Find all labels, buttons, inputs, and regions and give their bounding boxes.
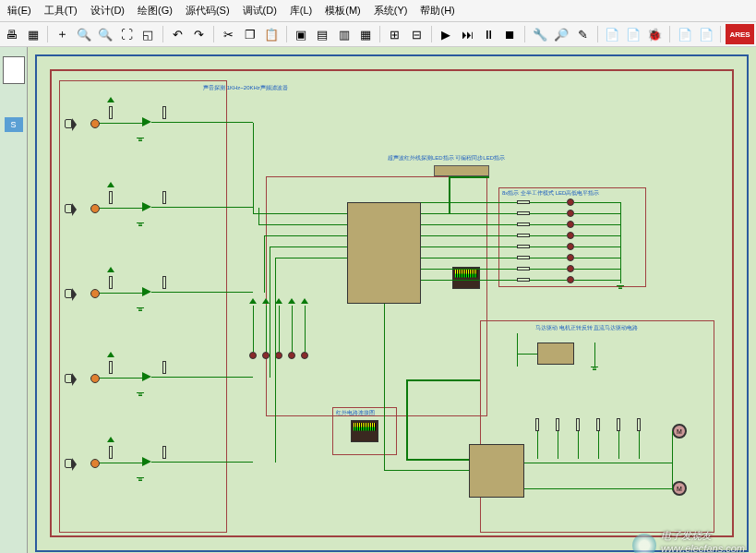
bug-icon[interactable]: 🐞: [645, 24, 665, 44]
motor-res-5[interactable]: [637, 418, 641, 431]
schematic-canvas[interactable]: 声音探测 1KHz~20KHz声频滤波器 超声波红外线探测LED指示 可编程同步…: [35, 54, 749, 552]
plus-icon[interactable]: ＋: [53, 24, 72, 44]
wrench-icon[interactable]: ✎: [572, 24, 592, 44]
redo-icon[interactable]: ↷: [189, 24, 209, 44]
led-res-0[interactable]: [517, 200, 530, 204]
indicator-led-1[interactable]: [567, 210, 574, 217]
ares-icon[interactable]: ARES: [726, 24, 754, 44]
led-res-2[interactable]: [517, 222, 530, 226]
schematic-preview[interactable]: [3, 56, 25, 84]
resistor-3a[interactable]: [109, 361, 113, 374]
led-res-5[interactable]: [517, 256, 530, 259]
motor-1[interactable]: M: [672, 424, 687, 439]
lamp-4[interactable]: [90, 459, 100, 468]
doc4-icon[interactable]: 📄: [696, 24, 715, 44]
zoom-in-icon[interactable]: 🔍: [74, 24, 93, 44]
menu-help[interactable]: 帮助(H): [416, 2, 458, 19]
resistor-2b[interactable]: [162, 276, 166, 289]
menu-tools[interactable]: 工具(T): [41, 2, 81, 19]
opamp-1[interactable]: [142, 202, 151, 211]
indicator-led-5[interactable]: [567, 254, 574, 261]
doc2-icon[interactable]: 📄: [624, 24, 643, 44]
speaker-3[interactable]: [65, 374, 72, 383]
probe-led-3[interactable]: [288, 352, 295, 359]
oscilloscope-1[interactable]: [452, 267, 480, 289]
motor-res-0[interactable]: [535, 418, 539, 431]
doc1-icon[interactable]: 📄: [603, 24, 622, 44]
connector-top[interactable]: [434, 165, 489, 176]
speaker-4[interactable]: [65, 459, 72, 468]
print-icon[interactable]: 🖶: [2, 24, 21, 44]
block2-icon[interactable]: ▤: [313, 24, 332, 44]
speaker-1[interactable]: [65, 204, 72, 213]
resistor-3b[interactable]: [162, 361, 166, 374]
resistor-4b[interactable]: [162, 446, 166, 459]
undo-icon[interactable]: ↶: [168, 24, 187, 44]
motor-2[interactable]: M: [672, 481, 687, 496]
probe-led-4[interactable]: [301, 352, 308, 359]
block4-icon[interactable]: ▦: [355, 24, 375, 44]
resistor-0b[interactable]: [162, 106, 166, 119]
menu-design[interactable]: 设计(D): [87, 2, 128, 19]
canvas-area[interactable]: 声音探测 1KHz~20KHz声频滤波器 超声波红外线探测LED指示 可编程同步…: [28, 47, 756, 553]
opamp-2[interactable]: [142, 287, 151, 296]
indicator-led-3[interactable]: [567, 232, 574, 239]
indicator-led-4[interactable]: [567, 243, 574, 250]
copy-icon[interactable]: ❐: [240, 24, 259, 44]
motor-res-2[interactable]: [576, 418, 580, 431]
motor-driver-chip[interactable]: [469, 444, 524, 498]
zoom-fit-icon[interactable]: ⛶: [117, 24, 137, 44]
zoom-out-icon[interactable]: 🔍: [96, 24, 115, 44]
resistor-0a[interactable]: [109, 106, 113, 119]
opamp-0[interactable]: [142, 117, 151, 126]
led-res-3[interactable]: [517, 234, 530, 237]
chip-small[interactable]: [537, 343, 574, 365]
lamp-3[interactable]: [90, 374, 100, 383]
led-res-7[interactable]: [517, 278, 530, 282]
pause-icon[interactable]: ⏸: [479, 24, 498, 44]
grid-icon[interactable]: ▦: [23, 24, 42, 44]
probe-led-0[interactable]: [249, 352, 257, 359]
lamp-0[interactable]: [90, 119, 100, 128]
lamp-1[interactable]: [90, 204, 100, 213]
motor-res-3[interactable]: [596, 418, 600, 431]
menu-source[interactable]: 源代码(S): [182, 2, 234, 19]
lamp-2[interactable]: [90, 289, 100, 298]
motor-res-1[interactable]: [556, 418, 559, 431]
block3-icon[interactable]: ▥: [334, 24, 354, 44]
menu-draw[interactable]: 绘图(G): [134, 2, 176, 19]
sidebar-button[interactable]: S: [5, 117, 23, 132]
hplus-icon[interactable]: ⊞: [385, 24, 404, 44]
probe-led-1[interactable]: [262, 352, 270, 359]
menu-debug[interactable]: 调试(D): [239, 2, 281, 19]
resistor-2a[interactable]: [109, 276, 113, 289]
led-res-4[interactable]: [517, 245, 530, 248]
zoom-area-icon[interactable]: ◱: [138, 24, 158, 44]
menu-library[interactable]: 库(L): [286, 2, 316, 19]
resistor-4a[interactable]: [109, 446, 113, 459]
block1-icon[interactable]: ▣: [292, 24, 311, 44]
menu-edit[interactable]: 辑(E): [4, 2, 35, 19]
mcu-main-chip[interactable]: [347, 202, 421, 304]
indicator-led-2[interactable]: [567, 221, 574, 228]
indicator-led-0[interactable]: [567, 198, 574, 206]
resistor-1a[interactable]: [109, 191, 113, 204]
stop-icon[interactable]: ⏹: [500, 24, 520, 44]
probe-led-2[interactable]: [275, 352, 282, 359]
led-res-1[interactable]: [517, 211, 530, 215]
menu-system[interactable]: 系统(Y): [370, 2, 412, 19]
resistor-1b[interactable]: [162, 191, 166, 204]
tool1-icon[interactable]: 🔧: [530, 24, 549, 44]
motor-res-4[interactable]: [617, 418, 620, 431]
step-icon[interactable]: ⏭: [458, 24, 477, 44]
play-icon[interactable]: ▶: [437, 24, 456, 44]
hminus-icon[interactable]: ⊟: [406, 24, 426, 44]
opamp-4[interactable]: [142, 457, 151, 466]
paste-icon[interactable]: 📋: [262, 24, 282, 44]
cut-icon[interactable]: ✂: [219, 24, 238, 44]
doc3-icon[interactable]: 📄: [675, 24, 694, 44]
speaker-2[interactable]: [65, 289, 72, 298]
led-res-6[interactable]: [517, 267, 530, 270]
indicator-led-7[interactable]: [567, 276, 574, 283]
menu-template[interactable]: 模板(M): [321, 2, 365, 19]
